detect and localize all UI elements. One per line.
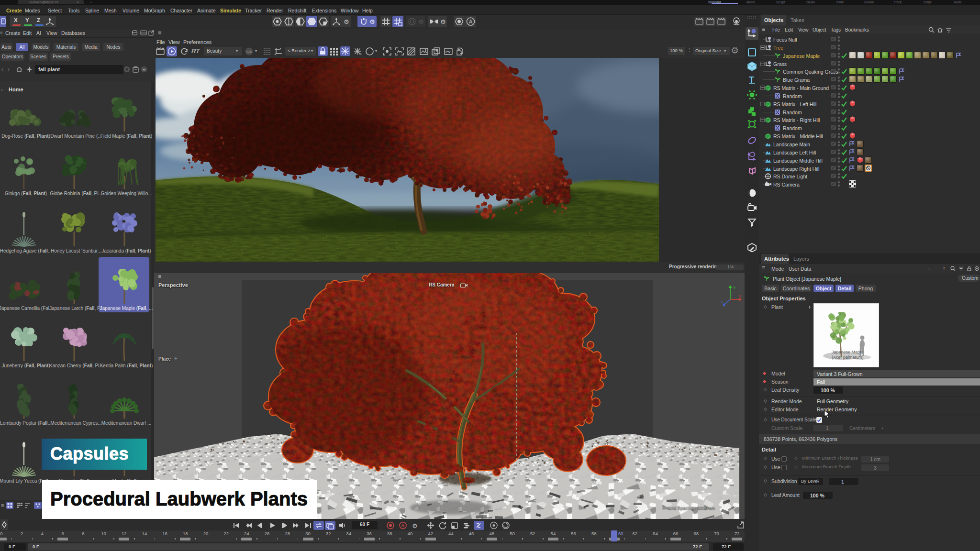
svg-text:Y: Y [733, 286, 736, 290]
svg-text:⚙: ⚙ [440, 18, 446, 25]
svg-text:PV: PV [445, 50, 451, 54]
svg-text:Japanese Maple: Japanese Maple [832, 350, 863, 354]
svg-text:⚙: ⚙ [344, 18, 349, 25]
svg-text:⚙: ⚙ [412, 522, 418, 529]
svg-text:A: A [469, 19, 473, 24]
svg-text:G: G [359, 53, 362, 55]
svg-text:T: T [749, 75, 754, 85]
svg-text:(Acer palmatum): (Acer palmatum) [832, 355, 864, 360]
svg-text:⚙: ⚙ [418, 18, 424, 25]
svg-text:⚙: ⚙ [369, 18, 375, 25]
svg-text:X: X [739, 294, 742, 298]
svg-text:RGB: RGB [246, 50, 252, 53]
svg-text:A: A [401, 523, 405, 528]
svg-text:Z: Z [721, 300, 723, 304]
